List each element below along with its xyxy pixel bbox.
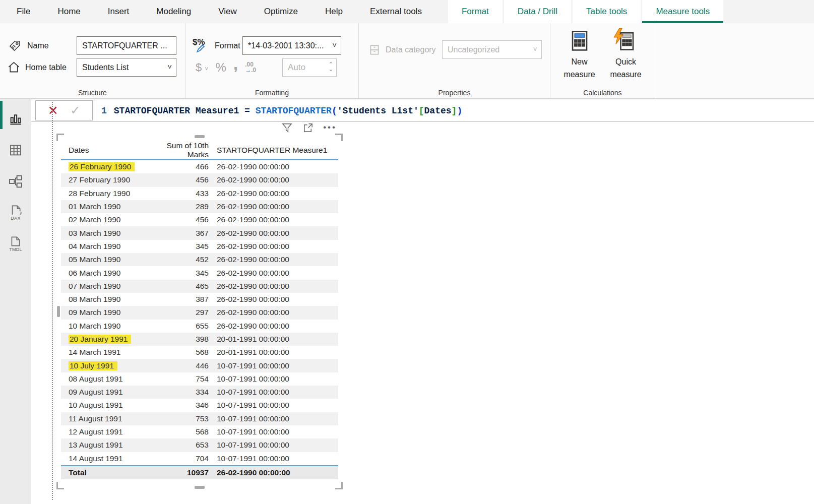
measure-name-input[interactable] [77, 36, 176, 55]
cell-date: 09 March 1990 [61, 308, 147, 317]
cell-startofquarter: 20-01-1991 00:00:00 [210, 335, 338, 344]
format-label: Format [215, 41, 240, 50]
formula-actions: ✕ ✓ [35, 100, 93, 120]
commit-formula-icon[interactable]: ✓ [70, 104, 80, 116]
menu-tab-measure-tools[interactable]: Measure tools [642, 0, 723, 23]
table-row[interactable]: 13 August 199165310-07-1991 00:00:00 [61, 438, 338, 452]
table-row[interactable]: 09 March 199029726-02-1990 00:00:00 [61, 306, 338, 319]
cell-startofquarter: 10-07-1991 00:00:00 [210, 401, 338, 410]
menu-tab-format[interactable]: Format [448, 0, 503, 23]
selection-corner [335, 482, 343, 489]
data-category-icon [368, 43, 381, 56]
highlighted-date: 26 February 1990 [69, 162, 134, 171]
table-row[interactable]: 03 March 199036726-02-1990 00:00:00 [61, 226, 338, 239]
cell-marks: 465 [147, 282, 210, 291]
menu-tab-modeling[interactable]: Modeling [143, 0, 205, 23]
format-currency-icon: $% [193, 38, 210, 53]
spinner-down-icon: ⌄ [329, 66, 333, 73]
resize-handle-left[interactable] [57, 306, 60, 317]
table-row[interactable]: 28 February 199043326-02-1990 00:00:00 [61, 187, 338, 200]
tmdl-view-label: TMDL [9, 247, 22, 252]
cell-marks: 289 [147, 202, 210, 211]
cell-startofquarter: 10-07-1991 00:00:00 [210, 440, 338, 450]
line-number: 1 [101, 106, 107, 116]
home-table-select[interactable]: Students List ˅ [77, 58, 176, 77]
column-header-measure[interactable]: STARTOFQUARTER Measure1 [210, 146, 338, 155]
table-visual[interactable]: ••• Dates Sum of 10th Marks STARTOFQUART… [60, 138, 339, 485]
cell-startofquarter: 26-02-1990 00:00:00 [210, 189, 338, 198]
focus-mode-icon[interactable] [302, 121, 314, 134]
format-select[interactable]: *14-03-2001 13:30:... ˅ [242, 36, 341, 55]
cell-startofquarter: 26-02-1990 00:00:00 [210, 229, 338, 238]
menu-tab-home[interactable]: Home [44, 0, 94, 23]
table-row[interactable]: 10 July 199144610-07-1991 00:00:00 [61, 359, 338, 372]
more-options-icon[interactable]: ••• [323, 122, 337, 133]
data-category-label: Data category [386, 45, 436, 54]
quick-measure-button[interactable]: Quick measure [603, 23, 649, 98]
filter-icon[interactable] [281, 121, 293, 134]
chevron-down-icon: ˅ [533, 45, 537, 53]
menu-tab-optimize[interactable]: Optimize [251, 0, 311, 23]
menu-tab-external-tools[interactable]: External tools [356, 0, 435, 23]
cell-date: 09 August 1991 [61, 388, 147, 397]
cell-marks: 452 [147, 255, 210, 264]
ribbon: Name Home table Students List ˅ Structur… [0, 23, 814, 99]
column-header-marks[interactable]: Sum of 10th Marks [147, 141, 210, 159]
resize-handle-bottom[interactable] [195, 486, 205, 489]
thousands-separator-button[interactable]: , [233, 61, 238, 66]
table-row[interactable]: 01 March 199028926-02-1990 00:00:00 [61, 200, 338, 213]
cell-startofquarter: 26-02-1990 00:00:00 [210, 175, 338, 184]
menu-tab-table-tools[interactable]: Table tools [573, 0, 641, 23]
highlighted-date: 10 July 1991 [69, 361, 116, 370]
cell-date: 26 February 1990 [61, 162, 147, 171]
menu-tab-data-drill[interactable]: Data / Drill [504, 0, 571, 23]
table-row[interactable]: 07 March 199046526-02-1990 00:00:00 [61, 280, 338, 293]
dax-formula-input[interactable]: 1 STARTOFQUARTER Measure1 = STARTOFQUART… [96, 100, 814, 121]
sidebar-item-model-view[interactable] [0, 168, 31, 195]
table-row[interactable]: 10 August 199134610-07-1991 00:00:00 [61, 399, 338, 412]
decimal-places-spinner[interactable]: Auto ⌃⌄ [282, 58, 337, 77]
properties-group: Data category Uncategorized ˅ Properties [359, 23, 550, 98]
new-measure-button[interactable]: New measure [556, 23, 603, 98]
column-header-dates[interactable]: Dates [61, 146, 147, 155]
table-row[interactable]: 26 February 199046626-02-1990 00:00:00 [61, 160, 338, 173]
menu-tab-help[interactable]: Help [311, 0, 356, 23]
cell-marks: 345 [147, 269, 210, 278]
cell-date: 06 March 1990 [61, 269, 147, 278]
name-label: Name [27, 41, 49, 50]
menu-tab-view[interactable]: View [205, 0, 251, 23]
menu-tab-file[interactable]: File [3, 0, 44, 23]
calculations-group: New measure Quick measure Calculations [550, 23, 655, 98]
table-row[interactable]: 08 August 199175410-07-1991 00:00:00 [61, 372, 338, 386]
sidebar-item-table-view[interactable] [0, 137, 31, 163]
menu-tab-insert[interactable]: Insert [94, 0, 143, 23]
cell-marks: 655 [147, 322, 210, 331]
table-row[interactable]: 08 March 199038726-02-1990 00:00:00 [61, 293, 338, 306]
table-row[interactable]: 06 March 199034526-02-1990 00:00:00 [61, 266, 338, 279]
percent-format-button[interactable]: % [215, 60, 226, 75]
resize-handle-top[interactable] [195, 135, 205, 138]
table-row[interactable]: 09 August 199133410-07-1991 00:00:00 [61, 386, 338, 399]
currency-format-button[interactable]: $ ˅ [196, 61, 208, 74]
new-measure-icon [569, 29, 590, 52]
report-view-icon [8, 112, 23, 127]
sidebar-item-report-view[interactable] [0, 106, 31, 133]
dax-query-view-icon [9, 205, 22, 216]
home-icon [7, 60, 21, 74]
table-row[interactable]: 02 March 199045626-02-1990 00:00:00 [61, 213, 338, 226]
cell-startofquarter: 26-02-1990 00:00:00 [210, 242, 338, 251]
table-row[interactable]: 27 February 199045626-02-1990 00:00:00 [61, 173, 338, 186]
cell-date: 13 August 1991 [61, 440, 147, 450]
formatting-group-label: Formatting [185, 89, 358, 97]
table-row[interactable]: 04 March 199034526-02-1990 00:00:00 [61, 240, 338, 253]
table-row[interactable]: 14 August 199170410-07-1991 00:00:00 [61, 452, 338, 465]
sidebar-item-tmdl-view[interactable]: TMDL [0, 231, 31, 257]
table-row[interactable]: 14 March 199156820-01-1991 00:00:00 [61, 346, 338, 359]
table-row[interactable]: 05 March 199045226-02-1990 00:00:00 [61, 253, 338, 266]
table-row[interactable]: 11 August 199175310-07-1991 00:00:00 [61, 412, 338, 425]
table-row[interactable]: 20 January 199139820-01-1991 00:00:00 [61, 333, 338, 346]
table-row[interactable]: 10 March 199065526-02-1990 00:00:00 [61, 320, 338, 333]
table-row[interactable]: 12 August 199156810-07-1991 00:00:00 [61, 425, 338, 438]
sidebar-item-dax-query-view[interactable]: DAX [0, 200, 31, 226]
cancel-formula-icon[interactable]: ✕ [48, 104, 58, 117]
